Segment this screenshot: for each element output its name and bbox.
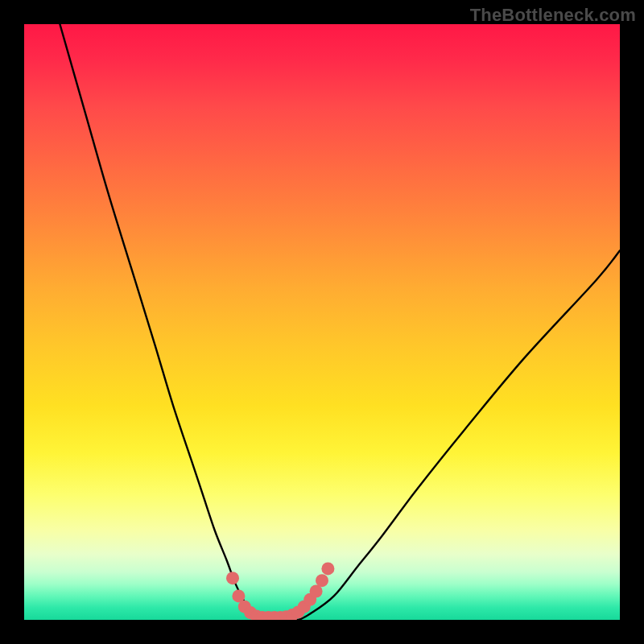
watermark-text: TheBottleneck.com	[470, 5, 636, 26]
plot-area	[24, 24, 620, 620]
trough-marker	[226, 572, 239, 584]
trough-marker	[316, 574, 328, 587]
trough-markers	[226, 562, 334, 620]
trough-marker	[321, 562, 334, 575]
curve-layer	[24, 24, 620, 620]
bottleneck-curve	[60, 24, 620, 620]
chart-frame: TheBottleneck.com	[0, 0, 644, 644]
